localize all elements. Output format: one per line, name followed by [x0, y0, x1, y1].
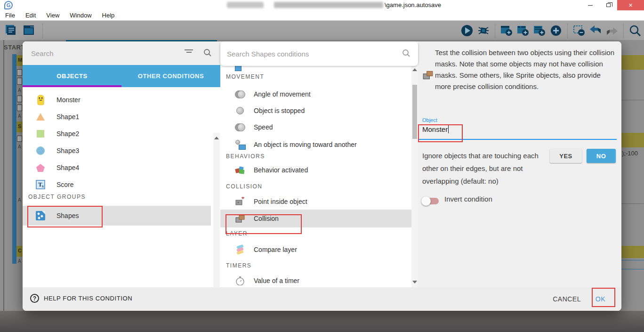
tab-bar: OBJECTS OTHER CONDITIONS — [23, 65, 220, 87]
object-stopped-icon — [234, 107, 246, 114]
condition-item-object-is-stopped[interactable]: Object is stopped — [220, 102, 411, 119]
monster-icon — [35, 95, 46, 105]
text-object-icon: Tx — [35, 180, 46, 189]
object-list-item-shape1[interactable]: Shape1 — [23, 108, 211, 125]
condition-list: MOVEMENT Angle of movement Object is sto… — [220, 66, 411, 287]
object-list-item-shape2[interactable]: Shape2 — [23, 125, 211, 142]
event-header-fragment — [621, 133, 644, 147]
ignore-edges-label: Ignore objects that are touching each ot… — [422, 149, 550, 187]
add-comment-icon[interactable] — [516, 24, 530, 38]
minimize-button[interactable] — [581, 0, 599, 10]
menu-help[interactable]: Help — [97, 10, 120, 21]
add-event-icon[interactable] — [499, 24, 514, 38]
search-icon[interactable] — [402, 49, 411, 59]
object-list-item-monster[interactable]: Monster — [23, 91, 211, 108]
condition-item-speed[interactable]: Speed — [220, 119, 411, 136]
title-bar: G \game.json.autosave ✕ — [0, 0, 644, 10]
square-icon — [35, 130, 46, 138]
scroll-up-arrow[interactable] — [214, 137, 219, 139]
invert-condition-toggle[interactable] — [423, 198, 439, 204]
object-groups-header: OBJECT GROUPS — [28, 194, 86, 200]
redacted-title-block — [274, 2, 383, 8]
scene-editor-icon[interactable] — [22, 23, 36, 37]
condition-parameters-panel: Test the collision between two objects u… — [418, 41, 621, 287]
menu-bar: File Edit View Window Help — [0, 10, 644, 21]
toggle-knob — [421, 196, 431, 206]
tab-other-conditions[interactable]: OTHER CONDITIONS — [121, 65, 220, 87]
yes-button[interactable]: YES — [550, 149, 582, 163]
event-header-fragment: M — [16, 55, 23, 66]
object-field[interactable]: Monster — [422, 125, 449, 133]
window-title: \game.json.autosave — [385, 1, 441, 8]
object-list-item-shape4[interactable]: Shape4 — [23, 159, 211, 176]
project-manager-icon[interactable] — [4, 23, 18, 37]
redo-icon[interactable] — [605, 24, 619, 38]
debugger-icon[interactable] — [476, 24, 491, 38]
object-list-scrollbar[interactable] — [213, 133, 220, 311]
ok-button[interactable]: OK — [596, 295, 605, 303]
tab-objects[interactable]: OBJECTS — [23, 65, 121, 87]
scroll-up-arrow[interactable] — [412, 68, 417, 71]
event-sheet-border — [3, 40, 4, 311]
filter-icon[interactable] — [185, 49, 193, 54]
group-name: Shapes — [56, 212, 79, 219]
object-name: Shape4 — [56, 164, 79, 171]
condition-list-panel: MOVEMENT Angle of movement Object is sto… — [220, 41, 418, 287]
toolbar — [0, 21, 644, 40]
delete-event-icon[interactable] — [572, 24, 586, 38]
condition-item-moving-toward[interactable]: An object is moving toward another — [220, 136, 411, 153]
circle-icon — [35, 146, 46, 155]
menu-edit[interactable]: Edit — [20, 10, 41, 21]
section-header-layer: LAYER — [226, 230, 248, 237]
condition-item-behavior-activated[interactable]: Behavior activated — [220, 162, 411, 178]
object-search-input[interactable] — [31, 49, 172, 57]
event-text-fragment: A — [18, 113, 21, 119]
behavior-activated-icon — [234, 165, 246, 175]
scene-tab-label: START — [4, 44, 25, 51]
undo-icon[interactable] — [588, 24, 603, 38]
section-header-collision: COLLISION — [226, 183, 263, 190]
object-name: Score — [56, 181, 74, 188]
menu-file[interactable]: File — [0, 10, 20, 21]
event-header-fragment: S — [16, 121, 23, 132]
event-row-divider — [621, 203, 644, 204]
event-row-divider — [621, 100, 644, 100]
condition-item-compare-layer[interactable]: Compare layer — [220, 241, 411, 258]
condition-search-input[interactable] — [227, 50, 387, 58]
search-icon[interactable] — [203, 49, 212, 59]
app-background: START M S C A A A A A );-100 — [0, 21, 644, 332]
condition-item-timer-value[interactable]: Value of a timer — [220, 272, 411, 287]
object-field-value: Monster — [422, 125, 448, 133]
cancel-button[interactable]: CANCEL — [553, 295, 581, 303]
object-selector-panel: OBJECTS OTHER CONDITIONS Monster Shape1 — [23, 41, 220, 287]
search-toolbar-icon[interactable] — [628, 24, 642, 38]
group-list-item-shapes[interactable]: Shapes — [23, 206, 211, 226]
condition-description: Test the collision between two objects u… — [435, 47, 616, 92]
restore-button[interactable] — [599, 0, 617, 10]
condition-item-point-inside[interactable]: Point inside object — [220, 193, 411, 210]
preview-play-icon[interactable] — [460, 24, 474, 38]
help-label: HELP FOR THIS CONDITION — [44, 295, 132, 302]
close-button[interactable]: ✕ — [617, 0, 644, 10]
condition-item-angle-of-movement[interactable]: Angle of movement — [220, 86, 411, 103]
event-action-icon — [17, 96, 22, 102]
text-cursor — [448, 125, 449, 133]
condition-list-scrollbar[interactable] — [411, 66, 418, 287]
dialog-footer: ? HELP FOR THIS CONDITION CANCEL OK — [23, 287, 621, 311]
invert-condition-label: Invert condition — [444, 195, 492, 203]
scrollbar-thumb[interactable] — [412, 85, 417, 139]
no-button[interactable]: NO — [587, 149, 616, 163]
pentagon-icon — [35, 163, 46, 172]
add-condition-icon[interactable] — [549, 24, 563, 38]
object-list-item-shape3[interactable]: Shape3 — [23, 142, 211, 159]
object-list-item-score[interactable]: Tx Score — [23, 176, 211, 193]
menu-view[interactable]: View — [41, 10, 64, 21]
condition-item-collision[interactable]: Collision — [220, 210, 411, 227]
help-link[interactable]: ? HELP FOR THIS CONDITION — [30, 294, 132, 303]
point-inside-object-icon — [234, 197, 246, 206]
menu-window[interactable]: Window — [64, 10, 97, 21]
add-subevent-icon[interactable] — [532, 24, 547, 38]
scroll-down-arrow[interactable] — [412, 281, 417, 283]
object-name: Shape1 — [56, 113, 79, 121]
object-group-icon — [35, 211, 46, 221]
